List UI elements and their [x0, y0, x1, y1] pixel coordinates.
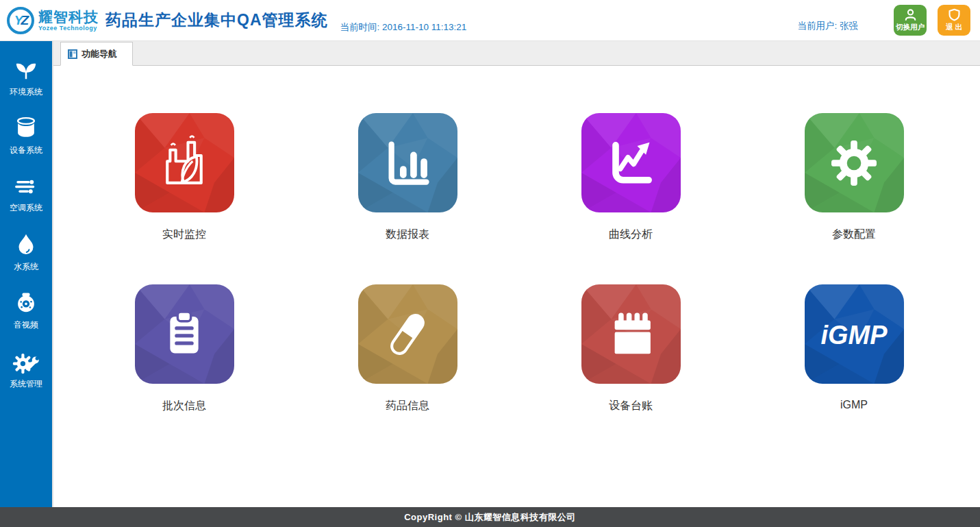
app-label: 数据报表 [386, 228, 429, 242]
app-tile-curve-analysis[interactable] [581, 113, 681, 212]
brand-subtitle: Yozee Technology [38, 25, 99, 32]
current-time: 当前时间: 2016-11-10 11:13:21 [340, 21, 467, 40]
wind-icon [12, 173, 40, 198]
app-cell-drug-info: 药品信息 [296, 284, 519, 413]
app-tile-parameter-config[interactable] [805, 113, 904, 212]
app-tile-equipment-ledger[interactable] [581, 284, 681, 384]
seedling-icon [13, 56, 39, 82]
sidebar-item-system-admin[interactable]: 系统管理 [0, 339, 52, 397]
logout-label: 退 出 [946, 23, 962, 32]
camera-icon [13, 289, 39, 315]
app-cell-data-reports: 数据报表 [296, 113, 519, 242]
app-tile-igmp[interactable]: iGMP [805, 284, 904, 384]
sidebar-item-equipment[interactable]: 设备系统 [0, 106, 52, 164]
sidebar-item-water[interactable]: 水系统 [0, 223, 52, 281]
sidebar-label: 系统管理 [10, 378, 42, 390]
switch-user-button[interactable]: 切换用户 [894, 5, 927, 36]
app-logo: Y Z 耀智科技 Yozee Technology [7, 7, 99, 34]
logo-monogram-icon: Y Z [7, 7, 34, 34]
app-label: 批次信息 [162, 399, 206, 413]
tab-bar: 功能导航 [53, 41, 980, 66]
gear-icon [824, 133, 884, 193]
app-label: 实时监控 [162, 228, 206, 242]
layout-icon [68, 49, 77, 59]
user-icon [904, 8, 917, 21]
gear-wrench-icon [12, 347, 40, 374]
sidebar-label: 设备系统 [10, 145, 42, 156]
igmp-text-icon: iGMP [809, 304, 899, 365]
app-label: 药品信息 [386, 399, 429, 413]
app-cell-igmp: iGMP iGMP [742, 284, 966, 413]
logout-button[interactable]: 退 出 [938, 5, 970, 36]
sidebar: 环境系统 设备系统 空调系统 水系统 [0, 41, 53, 507]
calendar-icon [601, 304, 661, 365]
brand-name: 耀智科技 [38, 10, 99, 24]
tank-icon [13, 114, 39, 140]
app-label: 参数配置 [832, 228, 876, 242]
svg-text:iGMP: iGMP [821, 320, 888, 349]
current-user: 当前用户: 张强 [797, 20, 858, 40]
sidebar-item-hvac[interactable]: 空调系统 [0, 164, 52, 223]
header: Y Z 耀智科技 Yozee Technology 药品生产企业集中QA管理系统… [0, 0, 980, 41]
logo-letter-y: Y [14, 13, 21, 28]
capsule-icon [377, 304, 438, 365]
sidebar-label: 水系统 [14, 261, 38, 273]
shield-icon [948, 8, 961, 21]
app-tile-data-reports[interactable] [358, 113, 457, 212]
sidebar-label: 空调系统 [10, 202, 42, 214]
app-label: 设备台账 [609, 399, 653, 413]
app-tile-drug-info[interactable] [358, 284, 457, 384]
sidebar-label: 环境系统 [10, 86, 42, 98]
bar-chart-icon [377, 133, 438, 193]
logo-letter-z: Z [21, 13, 27, 28]
content-area: 实时监控 [53, 66, 980, 507]
app-tile-realtime-monitoring[interactable] [135, 113, 234, 212]
factory-leaf-icon [154, 133, 214, 193]
app-tile-batch-info[interactable] [135, 284, 234, 384]
footer: CopyRight © 山东耀智信息科技有限公司 [0, 507, 980, 527]
sidebar-item-environment[interactable]: 环境系统 [0, 48, 52, 106]
tab-label: 功能导航 [81, 48, 117, 60]
app-label: 曲线分析 [609, 228, 653, 242]
app-cell-curve-analysis: 曲线分析 [519, 113, 742, 242]
tab-function-nav[interactable]: 功能导航 [60, 42, 133, 66]
app-grid: 实时监控 [73, 113, 980, 413]
sidebar-item-audio-video[interactable]: 音视频 [0, 281, 52, 339]
clipboard-icon [154, 304, 214, 365]
app-cell-equipment-ledger: 设备台账 [519, 284, 742, 413]
page-title: 药品生产企业集中QA管理系统 [105, 10, 328, 31]
app-cell-realtime-monitoring: 实时监控 [73, 113, 296, 242]
line-chart-icon [601, 133, 661, 193]
app-cell-parameter-config: 参数配置 [742, 113, 966, 242]
switch-user-label: 切换用户 [896, 23, 925, 32]
app-label: iGMP [840, 399, 868, 411]
sidebar-label: 音视频 [14, 319, 38, 331]
app-cell-batch-info: 批次信息 [73, 284, 296, 413]
water-drop-icon [14, 231, 38, 257]
